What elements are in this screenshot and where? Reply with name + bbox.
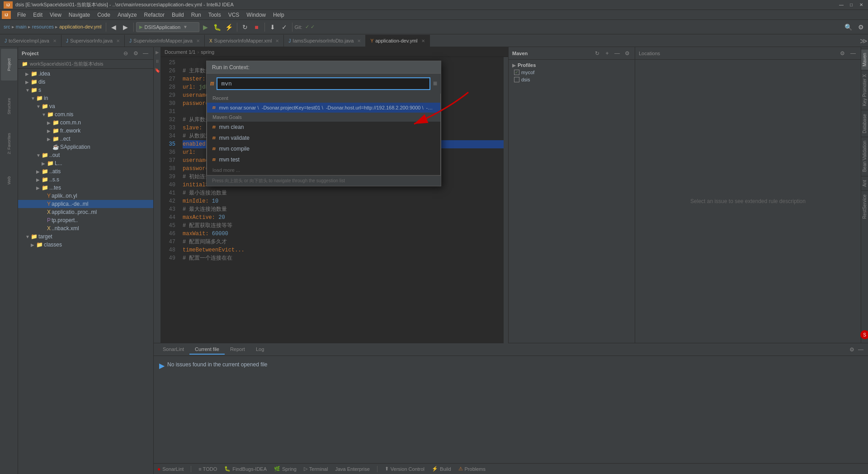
maven-refresh-btn[interactable]: ↻	[593, 49, 601, 57]
gutter-run-icon[interactable]: ▶	[154, 49, 160, 55]
tree-item-target[interactable]: ▼ 📁 target	[18, 232, 153, 241]
menu-window[interactable]: Window	[243, 11, 269, 19]
vcs-commit-btn[interactable]: ✓	[279, 22, 290, 33]
tab-close-supervisorinfomapperxml[interactable]: ✕	[275, 38, 279, 43]
menu-code[interactable]: Code	[94, 11, 114, 19]
tree-item-tes[interactable]: ▶ 📁 ...tes	[18, 184, 153, 192]
tab-close-toserviceimpl[interactable]: ✕	[53, 38, 57, 43]
tab-supervisorinfomapper[interactable]: J SupervisorInfoMapper.java ✕	[125, 35, 205, 47]
maven-add-btn[interactable]: +	[603, 49, 611, 57]
tree-item-atis[interactable]: ▶ 📁 ..atis	[18, 167, 153, 175]
terminal-btn[interactable]: ▷ Terminal	[304, 466, 328, 472]
tab-close-applicationdevyml[interactable]: ✕	[421, 38, 425, 43]
close-button[interactable]: ✕	[858, 2, 864, 8]
maximize-button[interactable]: □	[848, 2, 854, 8]
tree-item-sapplication[interactable]: ☕ SApplication	[18, 143, 153, 151]
right-scrollbar[interactable]	[504, 57, 508, 353]
project-settings-btn[interactable]: ⚙	[132, 49, 140, 57]
vtab-maven[interactable]: Maven	[861, 49, 868, 70]
vtab-bean-validation[interactable]: Bean Validation	[861, 137, 868, 175]
spring-btn[interactable]: 🌿 Spring	[274, 466, 297, 472]
vtab-web[interactable]: Web	[1, 165, 17, 196]
menu-analyze[interactable]: Analyze	[114, 11, 141, 19]
tab-supervisorinfomapperxml[interactable]: X SupervisorInfoMapper.xml ✕	[205, 35, 284, 47]
maven-settings-btn[interactable]: ⚙	[623, 49, 631, 57]
toolbar-back-btn[interactable]: ◀	[108, 22, 119, 33]
tab-applicationdevyml[interactable]: Y application-dev.yml ✕	[366, 35, 429, 47]
stop-btn[interactable]: ■	[251, 22, 262, 33]
tree-item-applicationdevyml[interactable]: Y applica..-de..ml	[18, 200, 153, 208]
menu-refactor[interactable]: Refactor	[141, 11, 168, 19]
tab-log[interactable]: Log	[250, 345, 269, 355]
maven-profile-dsis[interactable]: dsis	[510, 76, 633, 83]
tab-iamssupervisorinfodto[interactable]: J IamsSupervisorInfoDto.java ✕	[284, 35, 366, 47]
debug-btn[interactable]: 🐛	[212, 22, 223, 33]
tree-item-applicationprocxml[interactable]: X applicatio..proc..ml	[18, 208, 153, 216]
vtab-key-promoter[interactable]: Key Promoter X	[861, 70, 868, 110]
findbugs-btn[interactable]: 🐛 FindBugs-IDEA	[224, 466, 267, 472]
vtab-project[interactable]: Project	[1, 49, 17, 81]
minimize-button[interactable]: —	[838, 2, 844, 8]
tree-item-comm[interactable]: ▶ 📁 com.m.n	[18, 118, 153, 127]
todo-btn[interactable]: ≡ TODO	[198, 466, 217, 472]
sl-settings-btn[interactable]: ⚙	[838, 49, 846, 57]
build-btn[interactable]: ⚡ Build	[432, 466, 451, 472]
goal-compile[interactable]: m mvn compile	[207, 143, 440, 154]
run-with-coverage-btn[interactable]: ⚡	[224, 22, 235, 33]
tree-item-logbackxml[interactable]: X ..nback.xml	[18, 224, 153, 232]
search-everywhere-btn[interactable]: 🔍	[843, 22, 854, 33]
sl-close-btn[interactable]: —	[849, 49, 857, 57]
tab-supervisorinfo[interactable]: J SupervisorInfo.java ✕	[61, 35, 125, 47]
menu-tools[interactable]: Tools	[205, 11, 225, 19]
settings-btn[interactable]: ⚙	[855, 22, 866, 33]
code-editor[interactable]: Document 1/1 › spring 25 26 27 28 29 30 …	[161, 47, 508, 343]
tree-item-dis[interactable]: ▶ 📁 dis	[18, 78, 153, 86]
sonarlint-icon[interactable]: S	[860, 330, 868, 339]
menu-edit[interactable]: Edit	[29, 11, 46, 19]
menu-run[interactable]: Run	[188, 11, 205, 19]
rerun-btn[interactable]: ↻	[240, 22, 250, 33]
bottom-close-btn[interactable]: —	[857, 346, 864, 353]
vtab-favorites[interactable]: 2: Favorites	[1, 128, 17, 159]
tab-close-iamssupervisorinfodto[interactable]: ✕	[357, 38, 361, 43]
gutter-pause-icon[interactable]: ⏸	[154, 58, 160, 64]
tab-sonarlint[interactable]: SonarLint	[157, 345, 189, 355]
tree-item-in[interactable]: ▼ 📁 in	[18, 94, 153, 102]
gutter-bookmark-icon[interactable]: 🔖	[154, 67, 160, 73]
tree-item-out[interactable]: ▼ 📁 ..out	[18, 151, 153, 159]
tree-item-ect[interactable]: ▶ 📁 ..ect	[18, 135, 153, 143]
vtab-ant[interactable]: Ant	[861, 176, 868, 190]
toolbar-forward-btn[interactable]: ▶	[120, 22, 131, 33]
tree-item-comnis[interactable]: ▼ 📁 com.nis	[18, 110, 153, 118]
project-collapse-btn[interactable]: ⊖	[122, 49, 130, 57]
tab-current-file[interactable]: Current file	[189, 345, 225, 355]
problems-btn[interactable]: ⚠ Problems	[458, 466, 486, 472]
goal-validate[interactable]: m mvn validate	[207, 133, 440, 143]
tree-item-framework[interactable]: ▶ 📁 fr..ework	[18, 127, 153, 135]
maven-profiles-header[interactable]: ▶ Profiles	[510, 62, 633, 69]
goal-test[interactable]: m mvn test	[207, 154, 440, 165]
run-config-dropdown[interactable]: ▶ DSISApplication ▼	[136, 22, 199, 32]
recent-item-sonar[interactable]: m mvn sonar:sonar \ -Dsonar.projectKey=t…	[207, 103, 440, 113]
vcs-update-btn[interactable]: ⬇	[267, 22, 278, 33]
menu-view[interactable]: View	[46, 11, 65, 19]
tree-item-l[interactable]: ▶ 📁 L...	[18, 159, 153, 167]
vtab-restservice[interactable]: RestService	[861, 190, 868, 223]
tabs-overflow-btn[interactable]: ≫	[859, 35, 868, 47]
maven-profile-mycof[interactable]: ✓ mycof	[510, 69, 633, 76]
tree-item-idea[interactable]: ▶ 📁 .idea	[18, 70, 153, 78]
tab-close-supervisorinfomapper[interactable]: ✕	[196, 38, 200, 43]
bottom-settings-btn[interactable]: ⚙	[848, 346, 855, 353]
vtab-structure[interactable]: Structure	[1, 90, 17, 122]
tab-close-supervisorinfo[interactable]: ✕	[116, 38, 120, 43]
menu-navigate[interactable]: Navigate	[65, 11, 94, 19]
tree-item-classes[interactable]: ▶ 📁 classes	[18, 241, 153, 249]
menu-file[interactable]: File	[14, 11, 29, 19]
tree-item-applikonyml[interactable]: Y aplik..on.yl	[18, 192, 153, 200]
filter-icon[interactable]: ≡	[433, 80, 437, 88]
load-more-item[interactable]: load more ...	[207, 165, 440, 175]
run-btn[interactable]: ▶	[200, 22, 211, 33]
tab-toserviceimpl[interactable]: J toServiceImpl.java ✕	[0, 35, 61, 47]
tree-item-tpprop[interactable]: P tp.propert..	[18, 216, 153, 224]
menu-build[interactable]: Build	[168, 11, 188, 19]
